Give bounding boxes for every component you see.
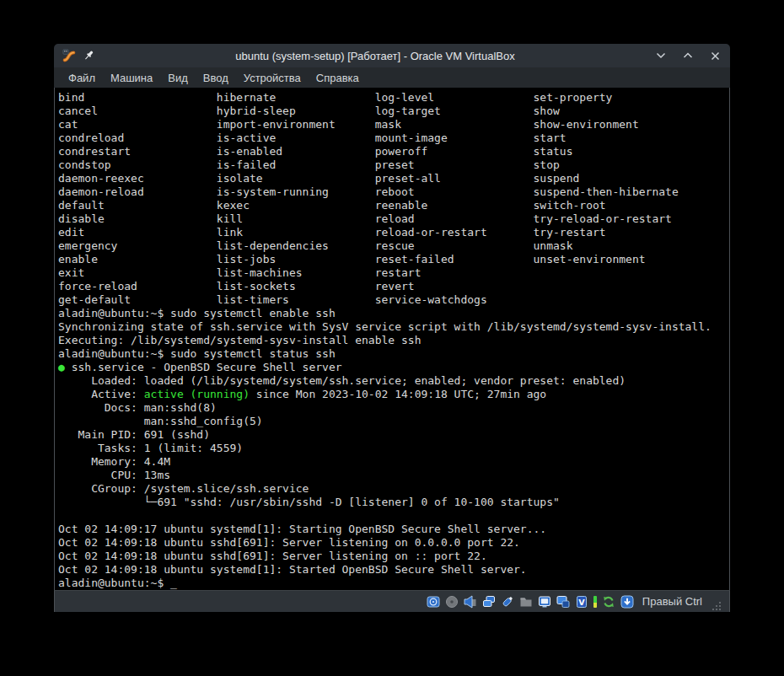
terminal-line: emergency list-dependencies rescue unmas… <box>58 239 729 253</box>
svg-text:V: V <box>578 597 585 606</box>
terminal-line: exit list-machines restart <box>58 266 729 280</box>
resize-grip[interactable] <box>711 600 722 612</box>
terminal-line: aladin@ubuntu:~$ sudo systemctl enable s… <box>58 307 729 320</box>
terminal-line: Main PID: 691 (sshd) <box>58 428 729 442</box>
terminal-line: daemon-reexec isolate preset-all suspend <box>58 172 729 185</box>
terminal-line: force-reload list-sockets revert <box>58 280 729 293</box>
terminal-line: Loaded: loaded (/lib/systemd/system/ssh.… <box>58 374 729 388</box>
host-key-label: Правый Ctrl <box>642 595 702 608</box>
window-title: ubuntu (system-setup) [Работает] - Oracl… <box>96 50 654 62</box>
network-icon[interactable] <box>482 595 496 609</box>
terminal-line: daemon-reload is-system-running reboot s… <box>58 185 729 199</box>
terminal-line: condrestart is-enabled poweroff status <box>58 145 729 158</box>
terminal-line: condreload is-active mount-image start <box>58 131 729 145</box>
terminal-line: Oct 02 14:09:18 ubuntu systemd[1]: Start… <box>58 563 729 577</box>
terminal-line: Oct 02 14:09:18 ubuntu sshd[691]: Server… <box>58 550 729 563</box>
usb-icon[interactable] <box>501 595 514 609</box>
menu-item-4[interactable]: Устройства <box>236 70 309 86</box>
menu-item-0[interactable]: Файл <box>61 70 103 86</box>
display-icon[interactable] <box>538 595 551 609</box>
menu-item-2[interactable]: Вид <box>160 70 196 86</box>
terminal-line: default kexec reenable switch-root <box>58 199 729 212</box>
terminal-line: Memory: 4.4M <box>58 455 729 469</box>
terminal-line <box>58 509 729 523</box>
hard-disk-icon[interactable] <box>427 595 440 609</box>
terminal-line: ● ssh.service - OpenBSD Secure Shell ser… <box>58 361 729 374</box>
terminal-line: Docs: man:sshd(8) <box>58 401 729 415</box>
optical-disk-icon[interactable] <box>445 595 459 609</box>
terminal-line: cancel hybrid-sleep log-target show <box>58 105 729 118</box>
audio-icon[interactable] <box>464 595 477 609</box>
mouse-integration-icon[interactable] <box>620 595 634 609</box>
auto-resize-icon[interactable] <box>602 595 615 609</box>
terminal-line: man:sshd_config(5) <box>58 415 729 428</box>
terminal-line: Oct 02 14:09:17 ubuntu systemd[1]: Start… <box>58 523 729 536</box>
menu-item-5[interactable]: Справка <box>309 70 367 86</box>
terminal-line: CPU: 13ms <box>58 469 729 482</box>
features-icon[interactable]: V <box>575 595 588 609</box>
terminal-line: aladin@ubuntu:~$ sudo systemctl status s… <box>58 347 729 361</box>
close-icon[interactable] <box>708 49 722 62</box>
terminal-line: aladin@ubuntu:~$ _ <box>58 577 729 590</box>
titlebar[interactable]: ubuntu (system-setup) [Работает] - Oracl… <box>54 44 730 67</box>
minimize-icon[interactable] <box>654 49 668 62</box>
terminal-line: condstop is-failed preset stop <box>58 158 729 172</box>
terminal-line: Oct 02 14:09:18 ubuntu sshd[691]: Server… <box>58 536 729 550</box>
shared-folders-icon[interactable] <box>519 595 533 609</box>
terminal-line: edit link reload-or-restart try-restart <box>58 226 729 239</box>
menu-item-1[interactable]: Машина <box>103 70 160 86</box>
terminal-line: bind hibernate log-level set-property <box>58 91 729 105</box>
terminal-line: Executing: /lib/systemd/systemd-sysv-ins… <box>58 334 729 347</box>
vm-display[interactable]: bind hibernate log-level set-propertycan… <box>54 88 730 590</box>
terminal-line: enable list-jobs reset-failed unset-envi… <box>58 253 729 266</box>
virtualbox-window: ubuntu (system-setup) [Работает] - Oracl… <box>54 44 730 612</box>
terminal-line: └─691 "sshd: /usr/sbin/sshd -D [listener… <box>58 496 729 509</box>
terminal-line: cat import-environment mask show-environ… <box>58 118 729 131</box>
terminal-line: Tasks: 1 (limit: 4559) <box>58 442 729 455</box>
pin-icon[interactable] <box>83 49 96 62</box>
virtualbox-machine-icon <box>62 49 76 62</box>
maximize-icon[interactable] <box>681 49 695 62</box>
menu-item-3[interactable]: Ввод <box>196 70 236 86</box>
menubar: ФайлМашинаВидВводУстройстваСправка <box>54 67 730 88</box>
terminal-line: disable kill reload try-reload-or-restar… <box>58 212 729 226</box>
terminal-line: get-default list-timers service-watchdog… <box>58 293 729 307</box>
recording-icon[interactable] <box>556 595 570 609</box>
terminal-line: Active: active (running) since Mon 2023-… <box>58 388 729 401</box>
activity-indicator <box>593 596 597 608</box>
statusbar: V Правый Ctrl <box>54 590 730 612</box>
terminal-line: Synchronizing state of ssh.service with … <box>58 320 729 334</box>
terminal-line: CGroup: /system.slice/ssh.service <box>58 482 729 496</box>
